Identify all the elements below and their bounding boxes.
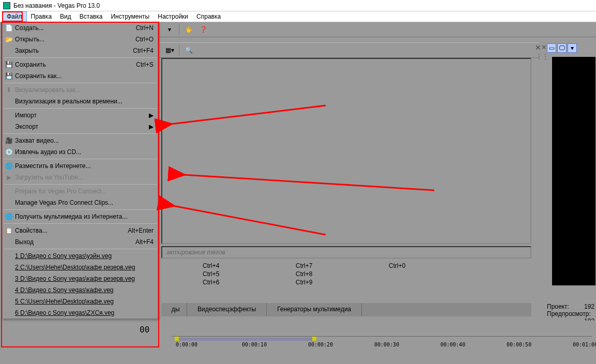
- menu-recent-3[interactable]: 3 D:\Видео с Sony vegas\кафе резерв.veg: [3, 273, 158, 284]
- menu-extract-audio-cd[interactable]: 💿 Извлечь аудио из CD...: [3, 146, 158, 158]
- preview-label: Предпросмотр:: [547, 310, 591, 317]
- toolbar-button[interactable]: ▾: [163, 23, 176, 36]
- cd-icon: 💿: [5, 148, 13, 156]
- timeline: 00 0:00:00 00:00:10 00:00:20 00:00:30 00…: [0, 321, 596, 364]
- globe-icon: 🌐: [5, 162, 13, 170]
- tab-transitions[interactable]: ды: [161, 303, 187, 316]
- view-grid-icon[interactable]: ▦▾: [163, 44, 176, 56]
- preview-btn-3[interactable]: ▾: [568, 43, 577, 53]
- menu-render-as: ⬇ Визуализировать как...: [3, 84, 158, 96]
- shortcut-ctrl9: Ctrl+9: [296, 278, 368, 286]
- menu-manage-connect[interactable]: Manage Vegas Pro Connect Clips...: [3, 197, 158, 208]
- menu-save[interactable]: 💾 СохранитьCtrl+S: [3, 59, 158, 70]
- menu-separator: [4, 223, 157, 224]
- ruler-label: 00:00:30: [374, 342, 399, 347]
- menu-separator: [4, 57, 157, 58]
- menu-save-as[interactable]: 💾 Сохранить как...: [3, 70, 158, 82]
- shortcut-ctrl0: Ctrl+0: [389, 262, 461, 270]
- menu-edit[interactable]: Правка: [27, 11, 56, 22]
- tab-media-generators[interactable]: Генераторы мультимедиа: [267, 303, 362, 316]
- shortcut-ctrl8: Ctrl+8: [296, 270, 368, 278]
- toolbar-separator: [179, 44, 179, 56]
- menu-separator: [4, 159, 157, 159]
- timecode-display: 00: [140, 325, 149, 335]
- ruler-label: 00:00:50: [507, 342, 531, 347]
- menu-export[interactable]: Экспорт▶: [3, 121, 158, 132]
- window-title: Без названия - Vegas Pro 13.0: [13, 2, 100, 9]
- menu-tools[interactable]: Инструменты: [106, 11, 154, 22]
- preview-btn-2[interactable]: 🖵: [557, 43, 567, 53]
- menu-open[interactable]: 📂 Открыть...Ctrl+O: [3, 34, 158, 45]
- preview-panel: ▭ 🖵 ▾ Проект: 192 Предпросмотр: 192: [546, 42, 595, 325]
- submenu-arrow-icon: ▶: [149, 112, 154, 119]
- loop-start-marker[interactable]: [175, 337, 179, 341]
- menu-recent-1[interactable]: 1 D:\Видео с Sony vegas\уэйн.veg: [3, 250, 158, 262]
- menu-recent-2[interactable]: 2 C:\Users\Hehe\Desktop\кафе резерв.veg: [3, 262, 158, 273]
- save-icon: 💾: [5, 60, 13, 69]
- menu-separator: [4, 133, 157, 134]
- title-bar: Без названия - Vegas Pro 13.0: [0, 0, 596, 11]
- preview-info: Проект: 192 Предпросмотр: 192: [546, 301, 595, 320]
- ruler-label: 0:00:00: [176, 342, 197, 347]
- shortcut-ctrl7: Ctrl+7: [296, 262, 368, 270]
- menu-upload-youtube: ▶ Загрузить на YouTube...: [3, 172, 158, 183]
- help-icon[interactable]: ❓: [197, 23, 209, 36]
- tab-video-fx[interactable]: Видеоспецэффекты: [187, 303, 267, 316]
- ruler-label: 00:01:00: [573, 342, 596, 347]
- menu-new[interactable]: 📄 Создать...Ctrl+N: [3, 22, 158, 34]
- project-label: Проект:: [547, 303, 569, 310]
- menu-recent-4[interactable]: 4 D:\Видео с Sony vegas\кафе.veg: [3, 284, 158, 296]
- preview-video-area: [552, 57, 595, 285]
- bottom-tabs: ды Видеоспецэффекты Генераторы мультимед…: [161, 303, 531, 316]
- menu-prepare-connect: Prepare for Vegas Pro Connect...: [3, 186, 158, 197]
- menu-separator: [4, 184, 157, 185]
- shortcut-ctrl6: Ctrl+6: [203, 278, 275, 286]
- preview-close-icon[interactable]: ✕: [541, 43, 547, 51]
- workspace-panel: [161, 58, 531, 244]
- tags-edit-bar[interactable]: актирования тегов: [161, 246, 531, 259]
- menu-share-online[interactable]: 🌐 Разместить в Интернете...: [3, 160, 158, 172]
- hand-icon[interactable]: 🖐: [182, 23, 195, 36]
- panel-drag-handle[interactable]: ⋮: [536, 53, 542, 60]
- toolbar-separator: [179, 24, 179, 35]
- menu-separator: [4, 83, 157, 83]
- preview-btn-1[interactable]: ▭: [547, 43, 556, 53]
- menu-capture-video[interactable]: 🎥 Захват видео...: [3, 135, 158, 146]
- app-icon: [3, 2, 10, 9]
- ruler-label: 00:00:20: [308, 342, 333, 347]
- submenu-arrow-icon: ▶: [149, 123, 154, 130]
- menu-get-media-internet[interactable]: 🌐 Получить мультимедиа из Интернета...: [3, 211, 158, 222]
- menu-bar: Файл Правка Вид Вставка Инструменты Наст…: [0, 11, 596, 22]
- menu-help[interactable]: Справка: [192, 11, 225, 22]
- download-icon: 🌐: [5, 213, 13, 221]
- menu-recent-6[interactable]: 6 D:\Видео с Sony vegas\ZXCя.veg: [3, 307, 158, 318]
- render-icon: ⬇: [5, 86, 13, 94]
- ruler-label: 00:00:10: [242, 342, 267, 347]
- menu-exit[interactable]: ВыходAlt+F4: [3, 236, 158, 248]
- menu-file[interactable]: Файл: [2, 11, 27, 22]
- loop-region[interactable]: [176, 338, 315, 341]
- save-as-icon: 💾: [5, 72, 13, 80]
- properties-icon: 📋: [5, 226, 13, 235]
- search-icon[interactable]: 🔍: [182, 44, 195, 56]
- menu-import[interactable]: Импорт▶: [3, 110, 158, 121]
- preview-drag-handle[interactable]: ⋮: [542, 53, 548, 60]
- open-folder-icon: 📂: [5, 35, 13, 43]
- menu-recent-5[interactable]: 5 C:\Users\Hehe\Desktop\кафе.veg: [3, 296, 158, 307]
- loop-end-marker[interactable]: [312, 337, 316, 341]
- menu-insert[interactable]: Вставка: [75, 11, 107, 22]
- menu-properties[interactable]: 📋 Свойства...Alt+Enter: [3, 225, 158, 236]
- menu-separator: [4, 249, 157, 249]
- menu-close[interactable]: ЗакрытьCtrl+F4: [3, 45, 158, 56]
- menu-options[interactable]: Настройки: [154, 11, 192, 22]
- menu-separator: [4, 108, 157, 109]
- tags-placeholder: актирования тегов: [166, 249, 225, 256]
- menu-separator: [4, 209, 157, 210]
- menu-view[interactable]: Вид: [56, 11, 75, 22]
- file-menu-dropdown: 📄 Создать...Ctrl+N 📂 Открыть...Ctrl+O За…: [2, 22, 158, 319]
- shortcut-hints: Ctrl+4 Ctrl+5 Ctrl+6 Ctrl+7 Ctrl+8 Ctrl+…: [161, 261, 531, 292]
- capture-icon: 🎥: [5, 136, 13, 145]
- menu-realtime-render[interactable]: Визуализация в реальном времени...: [3, 96, 158, 107]
- new-file-icon: 📄: [5, 24, 13, 32]
- timeline-ruler[interactable]: 0:00:00 00:00:10 00:00:20 00:00:30 00:00…: [172, 336, 592, 348]
